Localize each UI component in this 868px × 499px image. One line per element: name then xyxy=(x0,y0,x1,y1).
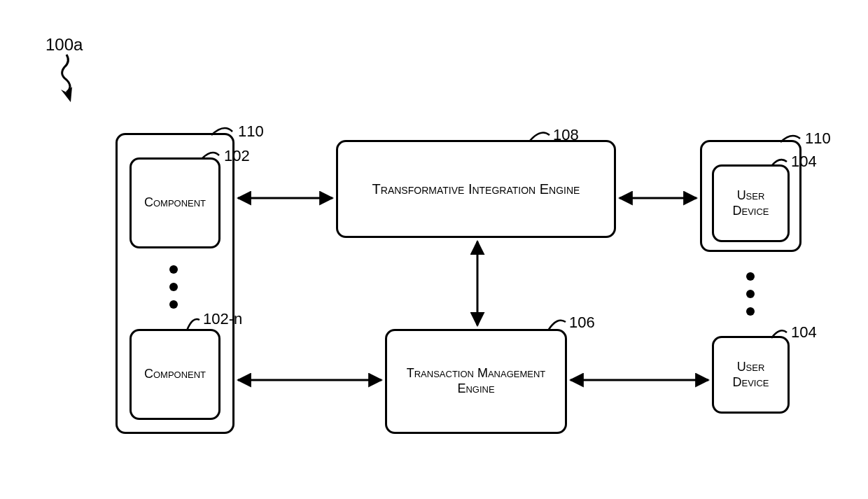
svg-point-5 xyxy=(746,307,755,316)
svg-point-4 xyxy=(746,290,755,298)
ellipsis-right-icon xyxy=(746,272,755,316)
ref-component-bottom: 102-n xyxy=(203,310,242,328)
tme-box: Transaction Management Engine xyxy=(385,329,567,434)
user-device-top-label: User Device xyxy=(714,184,788,223)
component-top: Component xyxy=(130,157,220,248)
component-bottom-label: Component xyxy=(140,363,210,386)
diagram-stage: 100a Component Component Transformative … xyxy=(0,0,868,499)
user-device-bottom: User Device xyxy=(712,336,790,414)
ref-ud-top-inner: 104 xyxy=(791,153,817,171)
component-bottom: Component xyxy=(130,329,220,420)
user-device-top-inner: User Device xyxy=(712,164,790,242)
tie-label: Transformative Integration Engine xyxy=(368,176,584,202)
ref-tme: 106 xyxy=(569,314,595,332)
tme-label: Transaction Management Engine xyxy=(387,362,565,400)
component-top-label: Component xyxy=(140,191,210,215)
svg-point-3 xyxy=(746,272,755,281)
figure-id: 100a xyxy=(46,35,83,55)
ref-ud-bottom: 104 xyxy=(791,323,817,342)
ref-left-container: 110 xyxy=(238,122,264,141)
ref-ud-top-outer: 110 xyxy=(805,129,831,148)
wavy-arrow-icon xyxy=(61,55,72,102)
user-device-bottom-label: User Device xyxy=(714,356,788,394)
ref-tie: 108 xyxy=(553,126,579,144)
tie-box: Transformative Integration Engine xyxy=(336,140,616,238)
ref-component-top: 102 xyxy=(224,147,250,165)
